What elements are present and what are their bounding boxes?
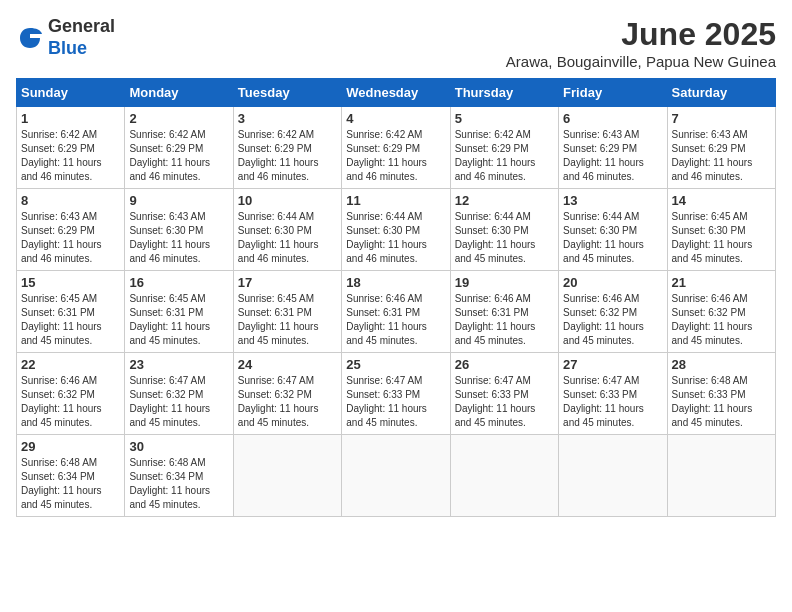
table-row: 26Sunrise: 6:47 AMSunset: 6:33 PMDayligh…: [450, 353, 558, 435]
day-number: 5: [455, 111, 554, 126]
table-row: [233, 435, 341, 517]
day-number: 24: [238, 357, 337, 372]
day-info: Sunrise: 6:42 AMSunset: 6:29 PMDaylight:…: [455, 128, 554, 184]
header-sunday: Sunday: [17, 79, 125, 107]
day-info: Sunrise: 6:48 AMSunset: 6:33 PMDaylight:…: [672, 374, 771, 430]
header-thursday: Thursday: [450, 79, 558, 107]
day-info: Sunrise: 6:42 AMSunset: 6:29 PMDaylight:…: [129, 128, 228, 184]
day-number: 20: [563, 275, 662, 290]
table-row: 24Sunrise: 6:47 AMSunset: 6:32 PMDayligh…: [233, 353, 341, 435]
day-info: Sunrise: 6:44 AMSunset: 6:30 PMDaylight:…: [563, 210, 662, 266]
day-number: 1: [21, 111, 120, 126]
day-number: 26: [455, 357, 554, 372]
table-row: [559, 435, 667, 517]
day-info: Sunrise: 6:47 AMSunset: 6:33 PMDaylight:…: [563, 374, 662, 430]
table-row: 9Sunrise: 6:43 AMSunset: 6:30 PMDaylight…: [125, 189, 233, 271]
calendar-week-row: 29Sunrise: 6:48 AMSunset: 6:34 PMDayligh…: [17, 435, 776, 517]
day-info: Sunrise: 6:46 AMSunset: 6:31 PMDaylight:…: [346, 292, 445, 348]
day-number: 22: [21, 357, 120, 372]
table-row: [342, 435, 450, 517]
table-row: 10Sunrise: 6:44 AMSunset: 6:30 PMDayligh…: [233, 189, 341, 271]
table-row: 22Sunrise: 6:46 AMSunset: 6:32 PMDayligh…: [17, 353, 125, 435]
table-row: 7Sunrise: 6:43 AMSunset: 6:29 PMDaylight…: [667, 107, 775, 189]
table-row: 27Sunrise: 6:47 AMSunset: 6:33 PMDayligh…: [559, 353, 667, 435]
day-number: 17: [238, 275, 337, 290]
day-info: Sunrise: 6:45 AMSunset: 6:30 PMDaylight:…: [672, 210, 771, 266]
header-wednesday: Wednesday: [342, 79, 450, 107]
table-row: 23Sunrise: 6:47 AMSunset: 6:32 PMDayligh…: [125, 353, 233, 435]
table-row: 6Sunrise: 6:43 AMSunset: 6:29 PMDaylight…: [559, 107, 667, 189]
table-row: 4Sunrise: 6:42 AMSunset: 6:29 PMDaylight…: [342, 107, 450, 189]
day-info: Sunrise: 6:47 AMSunset: 6:33 PMDaylight:…: [455, 374, 554, 430]
table-row: 13Sunrise: 6:44 AMSunset: 6:30 PMDayligh…: [559, 189, 667, 271]
day-info: Sunrise: 6:47 AMSunset: 6:33 PMDaylight:…: [346, 374, 445, 430]
table-row: 14Sunrise: 6:45 AMSunset: 6:30 PMDayligh…: [667, 189, 775, 271]
calendar-week-row: 15Sunrise: 6:45 AMSunset: 6:31 PMDayligh…: [17, 271, 776, 353]
day-info: Sunrise: 6:42 AMSunset: 6:29 PMDaylight:…: [21, 128, 120, 184]
day-number: 4: [346, 111, 445, 126]
day-info: Sunrise: 6:43 AMSunset: 6:29 PMDaylight:…: [563, 128, 662, 184]
day-number: 8: [21, 193, 120, 208]
table-row: 11Sunrise: 6:44 AMSunset: 6:30 PMDayligh…: [342, 189, 450, 271]
day-number: 13: [563, 193, 662, 208]
day-info: Sunrise: 6:44 AMSunset: 6:30 PMDaylight:…: [455, 210, 554, 266]
day-number: 21: [672, 275, 771, 290]
day-number: 23: [129, 357, 228, 372]
day-number: 14: [672, 193, 771, 208]
day-number: 29: [21, 439, 120, 454]
table-row: 18Sunrise: 6:46 AMSunset: 6:31 PMDayligh…: [342, 271, 450, 353]
header: General Blue June 2025 Arawa, Bougainvil…: [16, 16, 776, 70]
table-row: [450, 435, 558, 517]
table-row: 25Sunrise: 6:47 AMSunset: 6:33 PMDayligh…: [342, 353, 450, 435]
calendar-week-row: 22Sunrise: 6:46 AMSunset: 6:32 PMDayligh…: [17, 353, 776, 435]
day-number: 19: [455, 275, 554, 290]
day-number: 18: [346, 275, 445, 290]
table-row: 1Sunrise: 6:42 AMSunset: 6:29 PMDaylight…: [17, 107, 125, 189]
day-number: 7: [672, 111, 771, 126]
calendar-week-row: 1Sunrise: 6:42 AMSunset: 6:29 PMDaylight…: [17, 107, 776, 189]
table-row: 12Sunrise: 6:44 AMSunset: 6:30 PMDayligh…: [450, 189, 558, 271]
calendar-table: Sunday Monday Tuesday Wednesday Thursday…: [16, 78, 776, 517]
table-row: 28Sunrise: 6:48 AMSunset: 6:33 PMDayligh…: [667, 353, 775, 435]
day-info: Sunrise: 6:46 AMSunset: 6:31 PMDaylight:…: [455, 292, 554, 348]
day-info: Sunrise: 6:43 AMSunset: 6:29 PMDaylight:…: [21, 210, 120, 266]
day-info: Sunrise: 6:47 AMSunset: 6:32 PMDaylight:…: [129, 374, 228, 430]
day-info: Sunrise: 6:46 AMSunset: 6:32 PMDaylight:…: [21, 374, 120, 430]
day-info: Sunrise: 6:48 AMSunset: 6:34 PMDaylight:…: [129, 456, 228, 512]
day-number: 3: [238, 111, 337, 126]
table-row: 30Sunrise: 6:48 AMSunset: 6:34 PMDayligh…: [125, 435, 233, 517]
header-friday: Friday: [559, 79, 667, 107]
day-info: Sunrise: 6:42 AMSunset: 6:29 PMDaylight:…: [238, 128, 337, 184]
day-number: 15: [21, 275, 120, 290]
day-info: Sunrise: 6:43 AMSunset: 6:29 PMDaylight:…: [672, 128, 771, 184]
day-number: 25: [346, 357, 445, 372]
day-info: Sunrise: 6:46 AMSunset: 6:32 PMDaylight:…: [672, 292, 771, 348]
day-info: Sunrise: 6:45 AMSunset: 6:31 PMDaylight:…: [129, 292, 228, 348]
day-info: Sunrise: 6:47 AMSunset: 6:32 PMDaylight:…: [238, 374, 337, 430]
table-row: [667, 435, 775, 517]
table-row: 16Sunrise: 6:45 AMSunset: 6:31 PMDayligh…: [125, 271, 233, 353]
table-row: 8Sunrise: 6:43 AMSunset: 6:29 PMDaylight…: [17, 189, 125, 271]
table-row: 21Sunrise: 6:46 AMSunset: 6:32 PMDayligh…: [667, 271, 775, 353]
calendar-week-row: 8Sunrise: 6:43 AMSunset: 6:29 PMDaylight…: [17, 189, 776, 271]
logo-text: General Blue: [48, 16, 115, 59]
calendar-title: June 2025: [506, 16, 776, 53]
day-info: Sunrise: 6:43 AMSunset: 6:30 PMDaylight:…: [129, 210, 228, 266]
day-number: 11: [346, 193, 445, 208]
day-info: Sunrise: 6:48 AMSunset: 6:34 PMDaylight:…: [21, 456, 120, 512]
table-row: 2Sunrise: 6:42 AMSunset: 6:29 PMDaylight…: [125, 107, 233, 189]
day-info: Sunrise: 6:44 AMSunset: 6:30 PMDaylight:…: [346, 210, 445, 266]
day-number: 9: [129, 193, 228, 208]
day-info: Sunrise: 6:44 AMSunset: 6:30 PMDaylight:…: [238, 210, 337, 266]
day-number: 30: [129, 439, 228, 454]
table-row: 5Sunrise: 6:42 AMSunset: 6:29 PMDaylight…: [450, 107, 558, 189]
day-info: Sunrise: 6:45 AMSunset: 6:31 PMDaylight:…: [238, 292, 337, 348]
calendar-subtitle: Arawa, Bougainville, Papua New Guinea: [506, 53, 776, 70]
table-row: 17Sunrise: 6:45 AMSunset: 6:31 PMDayligh…: [233, 271, 341, 353]
header-monday: Monday: [125, 79, 233, 107]
header-saturday: Saturday: [667, 79, 775, 107]
day-info: Sunrise: 6:46 AMSunset: 6:32 PMDaylight:…: [563, 292, 662, 348]
day-number: 16: [129, 275, 228, 290]
day-number: 6: [563, 111, 662, 126]
day-number: 28: [672, 357, 771, 372]
